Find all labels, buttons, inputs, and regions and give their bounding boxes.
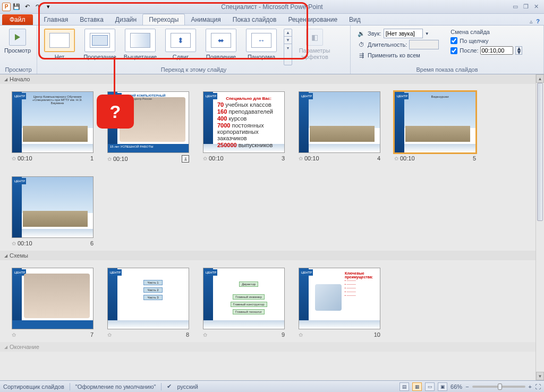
sound-icon: 🔉 — [357, 29, 366, 38]
scroll-up-icon[interactable]: ▲ — [536, 74, 544, 83]
tab-insert[interactable]: Вставка — [74, 14, 109, 25]
zoom-out-icon[interactable]: − — [465, 384, 469, 390]
zoom-slider[interactable] — [472, 386, 525, 388]
status-theme: "Оформление по умолчанию" — [75, 384, 156, 390]
group-transition-gallery: НетПрорезаниеВыцветаниеСдвигПоявлениеПан… — [37, 25, 351, 74]
view-normal-button[interactable]: ▤ — [400, 382, 409, 391]
transition-wipe[interactable]: Появление — [202, 29, 240, 63]
help-icon[interactable]: ? — [536, 18, 540, 25]
minimize-ribbon-icon[interactable]: ▵ — [530, 18, 533, 25]
advance-slide: Смена слайда По щелчку После: ▲▼ — [445, 27, 528, 57]
advance-title: Смена слайда — [450, 29, 522, 35]
effect-options-label: Параметры эффектов — [295, 47, 334, 60]
preview-label: Просмотр — [4, 47, 31, 54]
window-title: Специалист - Microsoft PowerPoint — [221, 3, 322, 11]
effect-options-icon: ◧ — [306, 29, 323, 46]
app-icon: P — [2, 3, 11, 11]
minimize-icon[interactable]: ▭ — [513, 3, 518, 10]
tab-home[interactable]: Главная — [38, 14, 74, 25]
after-checkbox[interactable] — [450, 47, 457, 54]
sound-label: Звук: — [368, 30, 381, 37]
group-preview: Просмотр Просмотр — [0, 25, 37, 74]
gallery-scroll[interactable]: ▲ ▼ ▾ — [284, 29, 292, 65]
transition-split[interactable]: Панорама — [242, 29, 280, 63]
slide-6[interactable]: ЦЕНТР ✩00:106 — [12, 176, 94, 246]
window-controls: ▭ ❐ ✕ — [513, 3, 542, 10]
slide-7[interactable]: ЦЕНТР ✩7 — [12, 268, 94, 338]
qat-dropdown-icon[interactable]: ▾ — [44, 2, 53, 12]
effect-options-button: ◧ Параметры эффектов — [295, 27, 334, 65]
save-icon[interactable]: 💾 — [12, 2, 21, 12]
play-icon — [9, 29, 26, 46]
gallery-up-icon[interactable]: ▲ — [284, 29, 292, 37]
section-header-1[interactable]: Начало — [0, 74, 536, 84]
group-timing-label: Время показа слайдов — [353, 65, 541, 74]
zoom-level[interactable]: 66% — [450, 384, 462, 390]
group-timing: 🔉 Звук: ▼ ⏱ Длительность: ⇶ Применить ко… — [351, 25, 544, 74]
view-reading-button[interactable]: ▭ — [425, 382, 435, 391]
annotation-line — [114, 57, 115, 98]
duration-label: Длительность: — [368, 41, 407, 48]
slide-1[interactable]: ЦЕНТРЦентр Компьютерного Обучения«Специа… — [12, 91, 94, 163]
tab-animations[interactable]: Анимация — [185, 14, 226, 25]
transition-none[interactable]: Нет — [40, 29, 79, 63]
tab-transitions[interactable]: Переходы — [142, 14, 185, 25]
status-bar: Сортировщик слайдов "Оформление по умолч… — [0, 380, 544, 392]
apply-all-button[interactable]: Применить ко всем — [368, 52, 420, 58]
slide-8[interactable]: ЦЕНТРЧасть 1Часть 2Часть 3 ✩8 — [107, 268, 189, 338]
status-view: Сортировщик слайдов — [3, 384, 64, 390]
slide-5[interactable]: ЦЕНТРВидеоуроки ✩00:105 — [394, 91, 476, 163]
sound-select[interactable] — [384, 29, 423, 38]
spellcheck-icon[interactable]: ✔ — [167, 383, 172, 390]
tab-design[interactable]: Дизайн — [109, 14, 142, 25]
on-click-label: По щелчку — [460, 38, 488, 44]
sound-dropdown-icon[interactable]: ▼ — [425, 31, 429, 36]
close-icon[interactable]: ✕ — [534, 3, 539, 10]
zoom-in-icon[interactable]: + — [529, 384, 532, 390]
slide-9[interactable]: ЦЕНТРДиректорГлавный инженерГлавный конс… — [203, 268, 285, 338]
vertical-scrollbar[interactable]: ▲ ▼ — [536, 74, 544, 380]
file-tab[interactable]: Файл — [2, 14, 33, 25]
tab-slideshow[interactable]: Показ слайдов — [227, 14, 283, 25]
transition-push[interactable]: Сдвиг — [162, 29, 200, 63]
duration-icon: ⏱ — [357, 40, 366, 49]
slide-3[interactable]: ЦЕНТРСпециально для Вас:70 учебных класс… — [203, 91, 285, 163]
gallery-down-icon[interactable]: ▼ — [284, 37, 292, 44]
quick-access-toolbar: P 💾 ↶ ↷ ▾ — [2, 2, 53, 12]
slide-10[interactable]: ЦЕНТРКлючевые преимущества:▪ ─────▪ ────… — [299, 268, 380, 338]
title-bar: P 💾 ↶ ↷ ▾ Специалист - Microsoft PowerPo… — [0, 0, 544, 14]
scroll-down-icon[interactable]: ▼ — [536, 372, 544, 380]
status-language[interactable]: русский — [177, 384, 198, 390]
after-input[interactable] — [480, 46, 513, 55]
after-spinner-down[interactable]: ▼ — [516, 50, 522, 54]
gallery-more-icon[interactable]: ▾ — [284, 44, 292, 52]
ribbon-tabs: Файл Главная Вставка Дизайн Переходы Ани… — [0, 14, 544, 25]
redo-icon[interactable]: ↷ — [33, 2, 42, 12]
group-preview-label: Просмотр — [2, 65, 35, 74]
tab-view[interactable]: Вид — [343, 14, 367, 25]
on-click-checkbox[interactable] — [450, 37, 457, 44]
section-header-3[interactable]: Окончание — [0, 342, 536, 352]
scroll-thumb[interactable] — [537, 83, 543, 221]
section-header-2[interactable]: Схемы — [0, 251, 536, 260]
duration-input — [409, 40, 439, 49]
slide-4[interactable]: ЦЕНТР ✩00:104 — [299, 91, 380, 163]
fit-window-icon[interactable]: ⛶ — [535, 384, 541, 390]
after-label: После: — [460, 47, 478, 54]
ribbon: Просмотр Просмотр НетПрорезаниеВыцветани… — [0, 25, 544, 74]
transition-fade[interactable]: Выцветание — [121, 29, 159, 63]
preview-button[interactable]: Просмотр — [2, 27, 33, 54]
undo-icon[interactable]: ↶ — [22, 2, 32, 12]
restore-icon[interactable]: ❐ — [523, 3, 529, 10]
slides-section-2: ЦЕНТР ✩7ЦЕНТРЧасть 1Часть 2Часть 3 ✩8ЦЕН… — [0, 260, 536, 342]
apply-all-icon: ⇶ — [357, 51, 366, 59]
view-sorter-button[interactable]: ▦ — [412, 382, 422, 391]
transition-gallery: НетПрорезаниеВыцветаниеСдвигПоявлениеПан… — [39, 27, 282, 65]
tab-review[interactable]: Рецензирование — [282, 14, 343, 25]
slides-section-1: ЦЕНТРЦентр Компьютерного Обучения«Специа… — [0, 84, 536, 251]
timing-controls: 🔉 Звук: ▼ ⏱ Длительность: ⇶ Применить ко… — [353, 27, 443, 62]
view-slideshow-button[interactable]: ▣ — [438, 382, 447, 391]
slide-sorter[interactable]: Начало ЦЕНТРЦентр Компьютерного Обучения… — [0, 74, 536, 380]
group-gallery-label: Переход к этому слайду — [39, 65, 348, 74]
annotation-callout: ? — [97, 95, 134, 129]
